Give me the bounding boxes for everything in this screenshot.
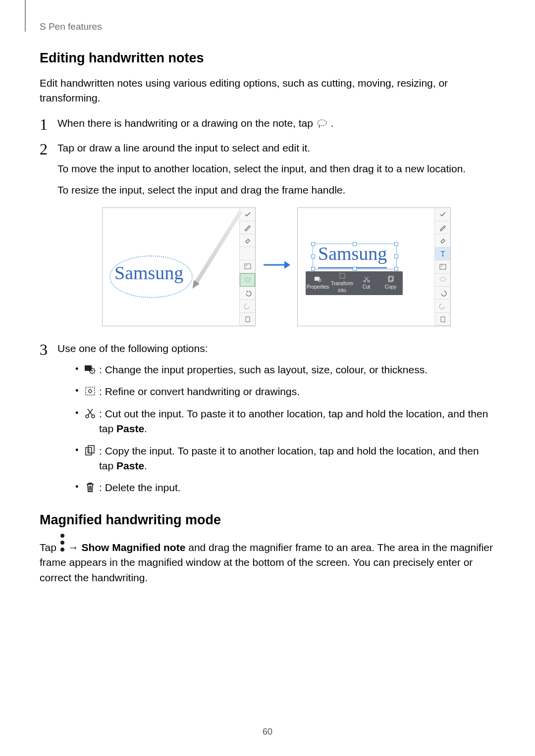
toolbar-text-icon xyxy=(435,248,450,260)
option-list: : Change the input properties, such as l… xyxy=(57,362,495,496)
resize-handle xyxy=(394,242,398,246)
step-2-line2: To move the input to another location, s… xyxy=(57,161,495,176)
context-cut: Cut xyxy=(354,271,378,295)
option-cut: : Cut out the input. To paste it to anot… xyxy=(72,406,495,437)
step-1-post: . xyxy=(331,117,334,129)
option-properties: : Change the input properties, such as l… xyxy=(72,362,495,377)
svg-point-3 xyxy=(245,278,250,282)
context-properties: Properties xyxy=(306,271,330,295)
figure: Samsung xyxy=(57,207,495,326)
canvas-left: Samsung xyxy=(103,208,239,326)
delete-icon xyxy=(84,482,96,493)
step-2-line3: To resize the input, select the input an… xyxy=(57,183,495,198)
steps-list: 1 When there is handwriting or a drawing… xyxy=(40,116,495,496)
copy-icon xyxy=(84,445,96,456)
handwriting-sample-left: Samsung xyxy=(114,259,183,287)
props-icon xyxy=(84,364,96,375)
context-transform: Transform into xyxy=(330,271,354,295)
spine-rule xyxy=(25,0,26,32)
figure-left-pane: Samsung xyxy=(102,207,256,326)
option-copy-post: . xyxy=(144,460,147,471)
toolbar-image-icon xyxy=(435,260,450,273)
svg-rect-1 xyxy=(245,264,251,269)
toolbar-eraser-icon xyxy=(240,234,255,247)
option-copy-pre: : Copy the input. To paste it to another… xyxy=(99,445,479,471)
option-delete: : Delete the input. xyxy=(72,480,495,495)
svg-rect-8 xyxy=(340,273,345,278)
cut-icon xyxy=(84,408,96,419)
option-properties-text: : Change the input properties, such as l… xyxy=(99,364,428,375)
magnified-pre: Tap xyxy=(40,542,59,553)
option-cut-pre: : Cut out the input. To paste it to anot… xyxy=(99,408,488,434)
resize-handle xyxy=(394,254,398,258)
step-2: 2 Tap or draw a line around the input to… xyxy=(40,141,495,326)
transform-icon xyxy=(84,386,96,397)
resize-handle xyxy=(353,267,357,271)
toolbar-check-icon xyxy=(240,208,255,221)
option-cut-bold: Paste xyxy=(116,423,144,434)
step-number: 1 xyxy=(40,113,48,136)
toolbar-lasso-icon xyxy=(435,274,450,287)
toolbar-right xyxy=(434,208,450,326)
step-number: 3 xyxy=(40,338,48,361)
context-cut-label: Cut xyxy=(363,284,371,291)
toolbar-text-icon xyxy=(240,247,255,260)
toolbar-pen-icon xyxy=(240,221,255,234)
svg-point-32 xyxy=(60,541,64,545)
resize-handle xyxy=(311,242,315,246)
svg-point-31 xyxy=(60,534,64,538)
toolbar-image-icon xyxy=(240,260,255,273)
context-transform-label: Transform into xyxy=(331,280,353,295)
option-cut-post: . xyxy=(144,423,147,434)
toolbar-eraser-icon xyxy=(435,234,450,247)
context-copy-label: Copy xyxy=(385,284,396,291)
svg-rect-4 xyxy=(246,317,250,322)
toolbar-redo-icon xyxy=(435,300,450,312)
svg-point-14 xyxy=(441,265,442,266)
toolbar-more-icon xyxy=(435,313,450,326)
svg-point-19 xyxy=(92,370,93,371)
context-copy: Copy xyxy=(378,271,403,295)
resize-handle xyxy=(311,267,315,271)
magnified-arrow: → xyxy=(65,542,82,553)
svg-rect-13 xyxy=(440,264,446,269)
step-number: 2 xyxy=(40,138,48,160)
arrow-right-icon xyxy=(263,259,290,275)
toolbar-redo-icon xyxy=(240,300,255,313)
context-properties-label: Properties xyxy=(307,284,329,291)
selection-box: Samsung xyxy=(313,244,397,269)
step-1-pre: When there is handwriting or a drawing o… xyxy=(57,117,316,129)
svg-point-0 xyxy=(318,120,326,126)
svg-point-15 xyxy=(440,277,445,281)
svg-rect-16 xyxy=(441,317,445,322)
heading-magnified: Magnified handwriting mode xyxy=(40,510,495,530)
resize-handle xyxy=(394,267,398,271)
toolbar-check-icon xyxy=(435,208,450,221)
option-transform: : Refine or convert handwriting or drawi… xyxy=(72,384,495,399)
lasso-icon xyxy=(316,118,328,128)
step-3: 3 Use one of the following options: : Ch… xyxy=(40,341,495,496)
toolbar-more-icon xyxy=(240,313,255,326)
svg-point-2 xyxy=(246,265,247,266)
page-number: 60 xyxy=(0,725,535,738)
option-copy: : Copy the input. To paste it to another… xyxy=(72,444,495,474)
step-1-text: When there is handwriting or a drawing o… xyxy=(57,116,495,131)
magnified-bold: Show Magnified note xyxy=(81,542,185,553)
canvas-right: Samsung xyxy=(298,208,434,326)
toolbar-left xyxy=(239,208,255,326)
intro-paragraph: Edit handwritten notes using various edi… xyxy=(40,76,495,106)
step-2-line1: Tap or draw a line around the input to s… xyxy=(57,141,495,155)
resize-handle xyxy=(311,254,315,258)
toolbar-pen-icon xyxy=(435,221,450,234)
option-delete-text: : Delete the input. xyxy=(99,482,181,493)
step-1: 1 When there is handwriting or a drawing… xyxy=(40,116,495,131)
figure-right-pane: Samsung xyxy=(297,207,451,326)
page: S Pen features Editing handwritten notes… xyxy=(0,0,535,756)
svg-rect-20 xyxy=(86,387,95,395)
resize-handle xyxy=(353,242,357,246)
step-3-lead: Use one of the following options: xyxy=(57,341,495,356)
toolbar-undo-icon xyxy=(435,287,450,300)
heading-editing: Editing handwritten notes xyxy=(40,49,495,68)
magnified-paragraph: Tap → Show Magnified note and drag the m… xyxy=(40,538,495,585)
s-pen-icon xyxy=(195,210,243,284)
